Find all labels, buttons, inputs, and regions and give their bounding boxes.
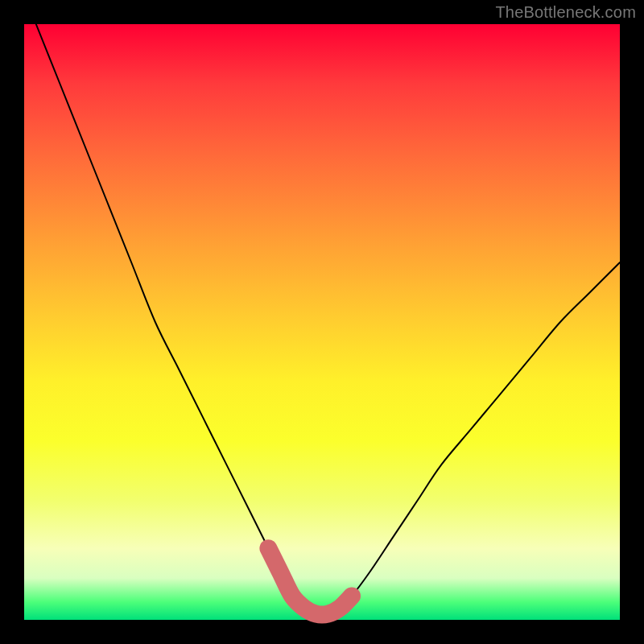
bottleneck-curve [36, 24, 620, 615]
bottleneck-curve-path [36, 24, 620, 615]
watermark-text: TheBottleneck.com [495, 3, 636, 22]
chart-frame: TheBottleneck.com [0, 0, 644, 644]
bottom-band-path [268, 548, 352, 614]
curve-layer [24, 24, 620, 620]
bottom-band [268, 548, 352, 614]
plot-area [24, 24, 620, 620]
